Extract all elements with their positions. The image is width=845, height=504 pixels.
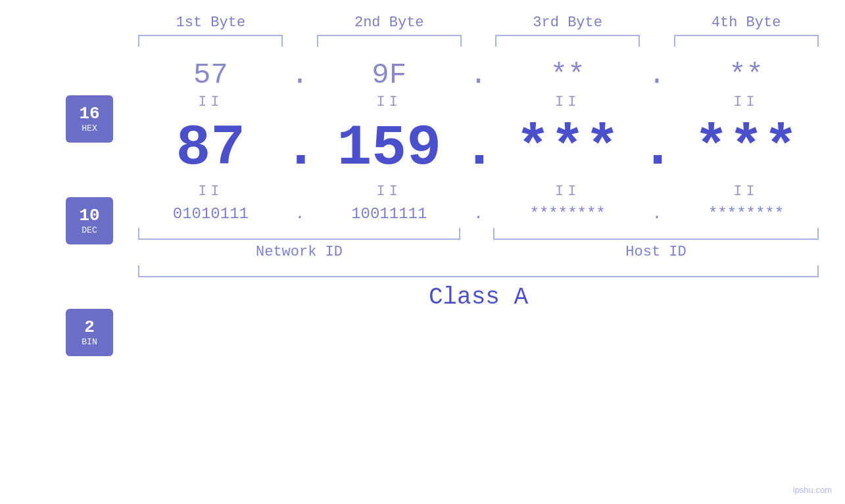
- hex-badge: 16 HEX: [66, 95, 113, 143]
- dec-dot1: .: [283, 116, 316, 181]
- hex-b3: **: [495, 58, 640, 91]
- bin-dot1: .: [283, 205, 316, 223]
- dec-dot3: .: [640, 116, 673, 181]
- eq2-b4: II: [674, 183, 819, 200]
- eq2-b3: II: [495, 183, 640, 200]
- network-id-label: Network ID: [138, 244, 460, 260]
- eq2-b1: II: [138, 183, 283, 200]
- hex-dot3: .: [640, 58, 673, 91]
- bracket-byte2: [317, 35, 462, 47]
- hex-b2: 9F: [317, 58, 462, 91]
- watermark: ipshu.com: [793, 485, 832, 495]
- base-badges: 16 HEX 10 DEC 2 BIN: [33, 0, 99, 504]
- dec-b2: 159: [317, 116, 462, 181]
- outer-bracket: [138, 265, 819, 277]
- dec-b4: ***: [674, 116, 819, 181]
- hex-num: 16: [79, 104, 99, 124]
- class-label: Class A: [132, 284, 825, 311]
- eq1-b1: II: [138, 94, 283, 110]
- byte3-header: 3rd Byte: [495, 14, 640, 31]
- dec-b1: 87: [138, 116, 283, 181]
- hex-b4: **: [674, 58, 819, 91]
- bin-dot2: .: [462, 205, 495, 223]
- eq1-b2: II: [317, 94, 462, 110]
- bin-name: BIN: [82, 337, 97, 347]
- byte2-header: 2nd Byte: [317, 14, 462, 31]
- host-id-label: Host ID: [493, 244, 819, 260]
- bin-b4: ********: [674, 205, 819, 223]
- bin-b1: 01010111: [138, 205, 283, 223]
- bracket-byte4: [674, 35, 819, 47]
- hex-b1: 57: [138, 58, 283, 91]
- bin-b2: 10011111: [317, 205, 462, 223]
- hex-name: HEX: [82, 124, 97, 133]
- content-area: 1st Byte 2nd Byte 3rd Byte 4th Byte 57 .…: [132, 0, 825, 504]
- bin-dot3: .: [640, 205, 673, 223]
- eq1-b3: II: [495, 94, 640, 110]
- dec-num: 10: [79, 206, 99, 225]
- eq2-b2: II: [317, 183, 462, 200]
- dec-dot2: .: [462, 116, 495, 181]
- eq1-b4: II: [674, 94, 819, 110]
- dec-b3: ***: [495, 116, 640, 181]
- bin-num: 2: [84, 318, 95, 337]
- bin-b3: ********: [495, 205, 640, 223]
- hex-dot2: .: [462, 58, 495, 91]
- dec-badge: 10 DEC: [66, 197, 113, 244]
- bin-badge: 2 BIN: [66, 309, 113, 356]
- network-id-bracket: [138, 228, 460, 240]
- host-id-bracket: [493, 228, 819, 240]
- bracket-byte1: [138, 35, 283, 47]
- byte1-header: 1st Byte: [138, 14, 283, 31]
- byte4-header: 4th Byte: [674, 14, 819, 31]
- dec-name: DEC: [82, 225, 97, 235]
- bracket-byte3: [495, 35, 640, 47]
- page-layout: 16 HEX 10 DEC 2 BIN 1st Byte 2nd Byte 3r…: [0, 0, 845, 504]
- hex-dot1: .: [283, 58, 316, 91]
